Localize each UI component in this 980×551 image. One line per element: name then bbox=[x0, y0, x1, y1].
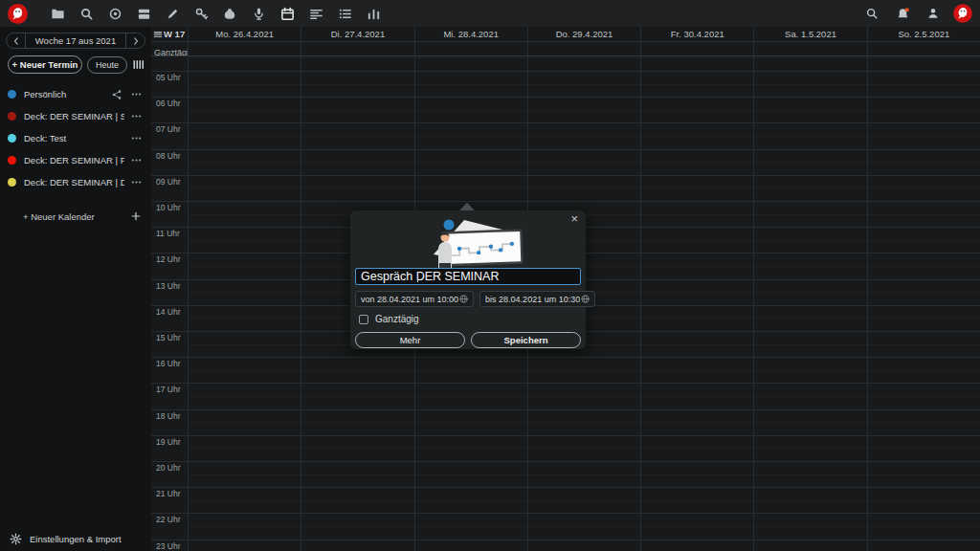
align-left-icon[interactable] bbox=[301, 0, 330, 27]
calendar-color-dot bbox=[8, 178, 16, 187]
event-title-value: Gespräch DER SEMINAR bbox=[361, 270, 499, 283]
new-event-button[interactable]: + Neuer Termin bbox=[8, 55, 82, 74]
more-menu-icon[interactable] bbox=[128, 88, 144, 100]
day-header: So. 2.5.2021 bbox=[867, 27, 980, 41]
allday-cell[interactable] bbox=[301, 42, 413, 55]
avatar[interactable] bbox=[953, 4, 972, 23]
week-label[interactable]: Woche 17 aus 2021 bbox=[25, 33, 126, 48]
day-header: Mi. 28.4.2021 bbox=[414, 27, 527, 41]
hour-label: 21 Uhr bbox=[156, 489, 181, 498]
settings-label: Einstellungen & Import bbox=[30, 534, 122, 544]
hour-label: 15 Uhr bbox=[156, 333, 181, 342]
week-navigation: Woche 17 aus 2021 bbox=[6, 33, 145, 49]
hour-label: 22 Uhr bbox=[156, 515, 181, 524]
calendar-item[interactable]: Persönlich bbox=[0, 83, 151, 105]
day-header: Sa. 1.5.2021 bbox=[753, 27, 866, 41]
hour-label: 10 Uhr bbox=[156, 203, 181, 212]
key-icon[interactable] bbox=[187, 0, 215, 27]
allday-cell[interactable] bbox=[867, 42, 980, 55]
settings-import-button[interactable]: Einstellungen & Import bbox=[0, 533, 151, 545]
hour-label: 08 Uhr bbox=[156, 151, 181, 161]
app-logo[interactable] bbox=[8, 4, 28, 24]
list-icon[interactable] bbox=[330, 0, 359, 27]
calendar-header-row: W 17 Mo. 26.4.2021Di. 27.4.2021Mi. 28.4.… bbox=[151, 27, 980, 42]
next-week-button[interactable] bbox=[126, 33, 145, 48]
calendar-item[interactable]: Deck: DER SEMINAR | Dailys bbox=[0, 171, 151, 193]
day-column[interactable] bbox=[188, 57, 301, 551]
start-datetime-value: von 28.04.2021 um 10:00 bbox=[361, 295, 458, 304]
hour-label: 23 Uhr bbox=[156, 541, 181, 551]
app-icons bbox=[43, 0, 388, 27]
more-menu-icon[interactable] bbox=[128, 132, 144, 144]
save-button[interactable]: Speichern bbox=[471, 332, 581, 348]
allday-row-label: Ganztägig bbox=[151, 48, 188, 55]
view-columns-icon[interactable] bbox=[132, 58, 145, 71]
day-column[interactable] bbox=[753, 57, 866, 551]
bar-chart-icon[interactable] bbox=[359, 0, 388, 27]
folder-icon[interactable] bbox=[43, 0, 72, 27]
today-button[interactable]: Heute bbox=[87, 56, 127, 74]
share-icon[interactable] bbox=[109, 89, 124, 100]
day-header: Mo. 26.4.2021 bbox=[188, 27, 301, 41]
allday-checkbox[interactable] bbox=[359, 315, 368, 324]
end-datetime-field[interactable]: bis 28.04.2021 um 10:30 bbox=[479, 291, 595, 307]
hour-label: 13 Uhr bbox=[156, 281, 181, 291]
microphone-icon[interactable] bbox=[244, 0, 273, 27]
calendar-item-label: Deck: DER SEMINAR | Stunden bbox=[24, 111, 124, 121]
topbar-right bbox=[861, 0, 980, 27]
allday-cell[interactable] bbox=[753, 42, 866, 55]
calendar-item[interactable]: Deck: Test bbox=[0, 127, 151, 149]
day-column[interactable] bbox=[867, 57, 980, 551]
day-column[interactable] bbox=[640, 57, 753, 551]
money-bag-icon[interactable] bbox=[215, 0, 244, 27]
allday-cell[interactable] bbox=[527, 42, 640, 55]
hour-label: 07 Uhr bbox=[156, 124, 181, 134]
archive-icon[interactable] bbox=[129, 0, 158, 27]
allday-cell[interactable] bbox=[414, 42, 527, 55]
day-headers: Mo. 26.4.2021Di. 27.4.2021Mi. 28.4.2021D… bbox=[188, 27, 980, 41]
more-menu-icon[interactable] bbox=[128, 154, 144, 166]
search-icon[interactable] bbox=[861, 0, 882, 27]
timezone-globe-icon[interactable] bbox=[458, 294, 469, 304]
popover-arrow bbox=[459, 203, 475, 210]
contacts-icon[interactable] bbox=[923, 0, 944, 27]
plus-icon[interactable] bbox=[130, 210, 144, 222]
end-datetime-value: bis 28.04.2021 um 10:30 bbox=[485, 295, 580, 304]
calendar-item[interactable]: Deck: DER SEMINAR | Stunden bbox=[0, 105, 151, 127]
notifications-bell-icon[interactable] bbox=[892, 0, 913, 27]
magnifier-icon[interactable] bbox=[72, 0, 100, 27]
more-menu-icon[interactable] bbox=[128, 110, 144, 122]
more-button[interactable]: Mehr bbox=[355, 332, 465, 348]
hour-label: 11 Uhr bbox=[156, 229, 180, 238]
at-circle-icon[interactable] bbox=[100, 0, 129, 27]
hour-label: 20 Uhr bbox=[156, 463, 181, 473]
hour-label: 16 Uhr bbox=[156, 359, 181, 368]
day-header: Di. 27.4.2021 bbox=[301, 27, 413, 41]
hour-label: 06 Uhr bbox=[156, 99, 181, 108]
calendar-item-label: Deck: Test bbox=[24, 133, 124, 143]
calendar-item-label: Deck: DER SEMINAR | Dailys bbox=[24, 177, 124, 187]
hour-label: 09 Uhr bbox=[156, 177, 181, 187]
pencil-icon[interactable] bbox=[158, 0, 187, 27]
event-illustration bbox=[355, 214, 581, 268]
allday-checkbox-label: Ganztägig bbox=[375, 314, 419, 324]
close-icon[interactable]: × bbox=[570, 212, 578, 226]
calendar-item[interactable]: Deck: DER SEMINAR | Projekte bbox=[0, 149, 151, 171]
allday-cell[interactable] bbox=[188, 42, 301, 55]
calendar-list: PersönlichDeck: DER SEMINAR | StundenDec… bbox=[0, 83, 151, 193]
start-datetime-field[interactable]: von 28.04.2021 um 10:00 bbox=[355, 291, 474, 307]
day-header: Fr. 30.4.2021 bbox=[640, 27, 753, 41]
allday-cell[interactable] bbox=[640, 42, 753, 55]
calendar-icon[interactable] bbox=[273, 0, 301, 27]
hour-label: 12 Uhr bbox=[156, 254, 181, 264]
sidebar: Woche 17 aus 2021 + Neuer Termin Heute P… bbox=[0, 27, 151, 551]
timezone-globe-icon[interactable] bbox=[580, 294, 590, 304]
day-header: Do. 29.4.2021 bbox=[527, 27, 640, 41]
menu-icon[interactable] bbox=[153, 30, 163, 39]
week-badge: W 17 bbox=[164, 29, 185, 39]
new-calendar-button[interactable]: + Neuer Kalender bbox=[0, 207, 151, 226]
more-menu-icon[interactable] bbox=[128, 176, 144, 188]
hour-label: 14 Uhr bbox=[156, 307, 181, 317]
event-title-input[interactable]: Gespräch DER SEMINAR bbox=[355, 268, 581, 285]
prev-week-button[interactable] bbox=[7, 33, 25, 48]
